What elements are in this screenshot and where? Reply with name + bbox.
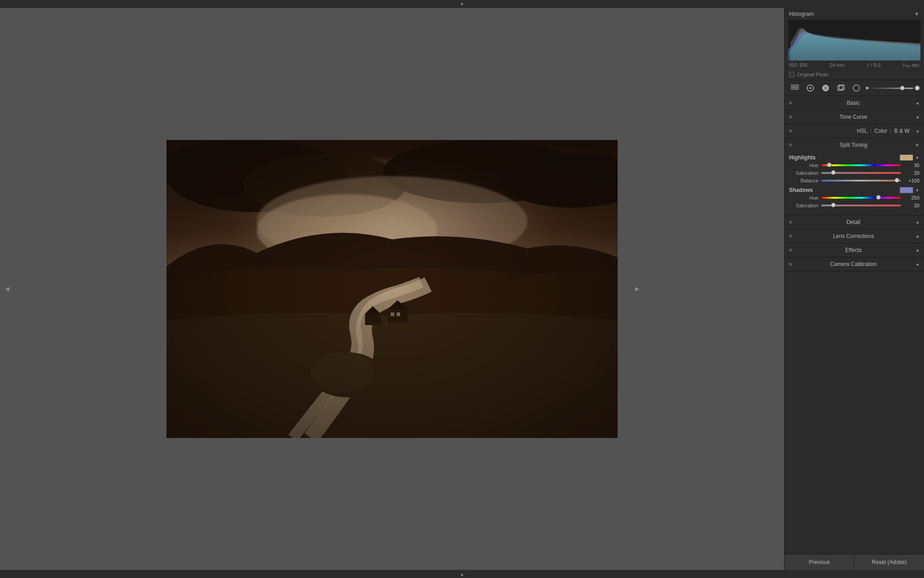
exposure-slider-thumb	[900, 86, 905, 90]
focal-info: 24 mm	[829, 62, 845, 68]
panel-detail-header[interactable]: Detail ◄	[785, 215, 924, 229]
shadows-sat-slider[interactable]	[821, 205, 901, 206]
split-toning-dot	[789, 144, 792, 146]
camera-calibration-arrow[interactable]: ◄	[915, 262, 919, 267]
svg-rect-23	[791, 88, 793, 89]
original-photo-checkbox[interactable]	[789, 72, 795, 77]
split-toning-content: Highlights ▼ Hue 30	[785, 152, 924, 215]
shadows-dropdown[interactable]: ▼	[915, 188, 919, 193]
svg-rect-18	[166, 140, 618, 438]
panel-tone-curve: Tone Curve ◄	[785, 110, 924, 124]
tone-curve-arrow[interactable]: ◄	[915, 115, 919, 120]
shadows-controls: ▼	[900, 187, 919, 193]
lens-corrections-dot	[789, 235, 792, 238]
previous-button[interactable]: Previous	[785, 555, 855, 570]
basic-dot	[789, 102, 792, 104]
panel-lens-corrections: Lens Corrections ◄	[785, 229, 924, 243]
original-photo-label: Original Photo	[797, 72, 829, 77]
balance-thumb	[895, 178, 899, 182]
iso-info: ISO 100	[789, 62, 807, 68]
right-panel: Histogram ▼ ▲ ▲	[784, 8, 924, 570]
panel-lens-corrections-left	[789, 235, 792, 238]
bottom-buttons: Previous Reset (Adobe)	[785, 554, 924, 570]
bw-label[interactable]: B & W	[894, 128, 910, 134]
highlights-header: Highlights ▼	[789, 154, 919, 161]
highlights-hue-slider[interactable]	[821, 164, 901, 166]
svg-rect-20	[791, 85, 793, 87]
panel-effects: Effects ◄	[785, 243, 924, 257]
develop-tool-icon[interactable]	[820, 83, 832, 93]
photo-container	[166, 140, 618, 438]
highlights-hue-thumb	[827, 163, 832, 167]
crop-tool-icon[interactable]	[804, 83, 816, 93]
bottom-bar-arrow[interactable]: ▲	[460, 572, 464, 577]
top-bar-arrow[interactable]: ▼	[460, 2, 464, 7]
hsl-dot	[789, 130, 792, 132]
highlights-dropdown[interactable]: ▼	[915, 155, 919, 160]
exposure-slider-track[interactable]	[870, 88, 913, 89]
panel-lens-corrections-header[interactable]: Lens Corrections ◄	[785, 229, 924, 243]
shadows-hue-value: 250	[904, 195, 919, 200]
histogram-meta: ISO 100 24 mm ƒ / 8.0 ¹⁄₁₀₀ sec	[785, 61, 924, 70]
highlights-sat-slider[interactable]	[821, 172, 901, 174]
basic-title: Basic	[847, 100, 860, 106]
panel-basic-header[interactable]: Basic ◄	[785, 96, 924, 110]
panel-tone-curve-header[interactable]: Tone Curve ◄	[785, 110, 924, 124]
effects-dot	[789, 249, 792, 252]
balance-slider[interactable]	[821, 180, 901, 182]
shutter-info: ¹⁄₁₀₀ sec	[902, 62, 919, 68]
shadows-sat-thumb	[831, 203, 836, 207]
panel-camera-calibration-header[interactable]: Camera Calibration ◄	[785, 257, 924, 271]
reset-button[interactable]: Reset (Adobe)	[855, 555, 924, 570]
exposure-icon	[866, 87, 869, 89]
highlights-sat-thumb	[831, 170, 836, 175]
hsl-label[interactable]: HSL	[857, 128, 867, 134]
bottom-bar: ▲	[0, 570, 924, 578]
split-toning-arrow[interactable]: ▼	[915, 143, 919, 148]
brush-tool-icon[interactable]	[850, 83, 862, 93]
effects-title: Effects	[845, 247, 861, 253]
hsl-arrow[interactable]: ◄	[915, 129, 919, 134]
clone-tool-icon[interactable]	[835, 83, 847, 93]
lens-corrections-arrow[interactable]: ◄	[915, 234, 919, 239]
right-panel-toggle[interactable]: ►	[633, 285, 641, 293]
panel-hsl-header[interactable]: HSL / Color / B & W ◄	[785, 124, 924, 138]
histogram-dropdown-arrow[interactable]: ▼	[914, 11, 919, 17]
highlights-swatch[interactable]	[900, 154, 913, 161]
svg-rect-21	[794, 85, 796, 87]
svg-rect-24	[794, 88, 796, 89]
hsl-sep2: /	[890, 128, 892, 134]
lens-corrections-title: Lens Corrections	[833, 233, 874, 239]
shadows-sat-value: 20	[904, 203, 919, 208]
exposure-icon-large	[915, 86, 919, 90]
panel-effects-left	[789, 249, 792, 252]
tone-curve-dot	[789, 116, 792, 118]
original-photo-row: Original Photo	[785, 70, 924, 80]
highlights-hue-row: Hue 30	[789, 163, 919, 168]
panel-detail: Detail ◄	[785, 215, 924, 229]
detail-arrow[interactable]: ◄	[915, 220, 919, 225]
histogram-title: Histogram	[789, 11, 814, 17]
top-bar: ▼	[0, 0, 924, 8]
balance-value: +100	[904, 178, 919, 183]
shadows-hue-label: Hue	[789, 195, 818, 200]
basic-arrow[interactable]: ◄	[915, 101, 919, 106]
histogram-canvas: ▲ ▲	[788, 20, 920, 61]
shadows-swatch[interactable]	[900, 187, 913, 193]
split-toning-title: Split Toning	[840, 142, 868, 148]
svg-point-36	[853, 85, 859, 91]
panel-camera-calibration-left	[789, 263, 792, 266]
panel-split-toning-header[interactable]: Split Toning ▼	[785, 138, 924, 152]
balance-row: Balance +100	[789, 178, 919, 183]
grid-tool-icon[interactable]	[789, 83, 801, 93]
left-panel-toggle[interactable]: ◄	[4, 285, 11, 293]
panel-camera-calibration: Camera Calibration ◄	[785, 257, 924, 271]
histogram-section: Histogram ▼ ▲ ▲	[785, 8, 924, 80]
photo-svg	[166, 140, 618, 438]
histogram-header: Histogram ▼	[785, 8, 924, 20]
detail-title: Detail	[846, 219, 860, 225]
shadows-hue-slider[interactable]	[821, 197, 901, 199]
effects-arrow[interactable]: ◄	[915, 248, 919, 253]
panel-effects-header[interactable]: Effects ◄	[785, 243, 924, 257]
color-label[interactable]: Color	[874, 128, 887, 134]
